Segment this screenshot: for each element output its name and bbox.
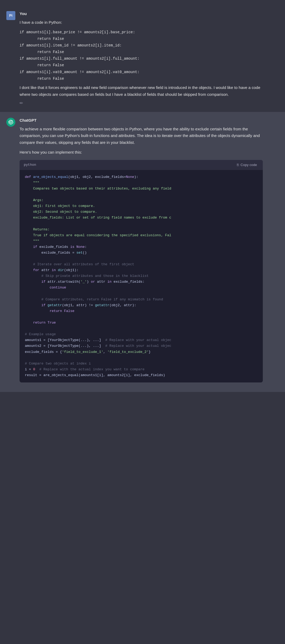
code-block: python ⎘ Copy code def are_objects_equal… xyxy=(20,160,263,382)
user-intro: I have a code in Python: xyxy=(20,19,263,26)
user-message-text: I have a code in Python: if amounts1[i].… xyxy=(20,19,263,98)
user-avatar: Pi xyxy=(6,11,15,20)
conversation: Pi You I have a code in Python: if amoun… xyxy=(0,0,285,397)
user-request-text: I dont like that it forces engineers to … xyxy=(20,84,263,98)
assistant-message: ChatGPT To achieve a more flexible compa… xyxy=(0,112,285,392)
user-code-block: if amounts1[i].base_price != amounts2[i]… xyxy=(20,29,263,82)
user-name: You xyxy=(20,11,263,17)
assistant-message-content: ChatGPT To achieve a more flexible compa… xyxy=(20,117,263,387)
edit-pencil-icon: ✏ xyxy=(20,100,23,107)
user-message: Pi You I have a code in Python: if amoun… xyxy=(0,5,285,112)
gpt-avatar xyxy=(6,118,15,127)
copy-code-button[interactable]: ⎘ Copy code xyxy=(235,162,259,167)
assistant-message-text: To achieve a more flexible comparison be… xyxy=(20,126,263,382)
code-block-body: def are_objects_equal(obj1, obj2, exclud… xyxy=(20,170,263,382)
copy-icon: ⎘ xyxy=(237,163,239,167)
assistant-name: ChatGPT xyxy=(20,117,263,124)
edit-icon[interactable]: ✏ xyxy=(20,100,263,107)
assistant-intro-paragraph: To achieve a more flexible comparison be… xyxy=(20,126,263,146)
copy-label: Copy code xyxy=(241,163,257,167)
assistant-here-paragraph: Here's how you can implement this: xyxy=(20,149,263,156)
openai-icon xyxy=(8,120,13,125)
user-message-content: You I have a code in Python: if amounts1… xyxy=(20,11,263,107)
code-lang-label: python xyxy=(24,162,36,168)
code-block-header: python ⎘ Copy code xyxy=(20,160,263,170)
